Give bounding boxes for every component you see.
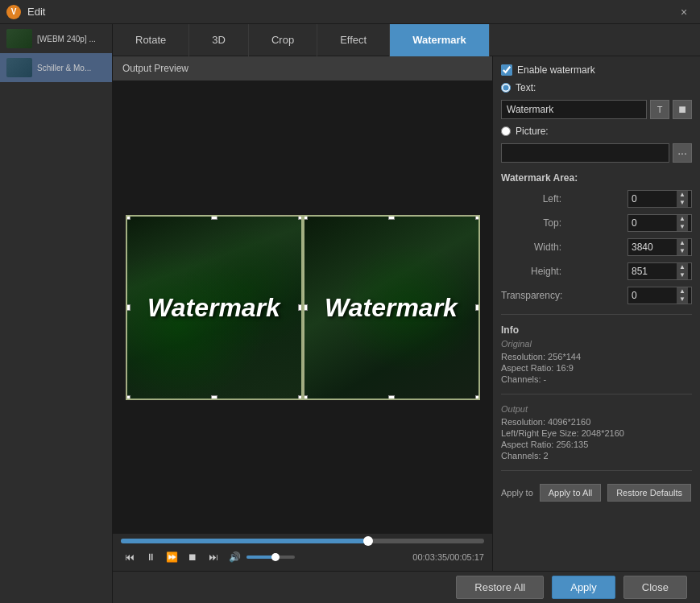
output-info-section: Output Resolution: 4096*2160 Left/Right …	[501, 404, 692, 461]
info-section: Info Original Resolution: 256*144 Aspect…	[501, 324, 692, 384]
restore-all-button[interactable]: Restore All	[456, 576, 544, 599]
step-forward-button[interactable]: ⏩	[163, 548, 180, 566]
apply-button[interactable]: Apply	[552, 576, 615, 599]
settings-panel: Enable watermark Text: T ■ Picture:	[492, 56, 700, 571]
left-label: Left:	[501, 193, 561, 204]
resolution-line: Resolution: 256*144	[501, 352, 692, 361]
file-name-1: [WEBM 240p] ...	[37, 34, 96, 44]
video-preview: Watermark Wa	[113, 81, 492, 534]
file-list-panel: [WEBM 240p] ... Schiller & Mo...	[0, 24, 113, 603]
window-title: Edit	[27, 6, 674, 18]
apply-to-label: Apply to	[501, 488, 533, 498]
width-down-arrow[interactable]: ▼	[677, 247, 688, 255]
content-area: Rotate 3D Crop Effect Watermark Output P…	[113, 24, 700, 603]
file-thumb-1	[6, 29, 32, 48]
preview-panel: Output Preview Watermark	[113, 56, 492, 571]
prev-button[interactable]: ⏮	[121, 548, 139, 566]
handle-tl-1[interactable]	[126, 215, 130, 220]
picture-radio-label: Picture:	[516, 126, 549, 137]
time-display: 00:03:35/00:05:17	[412, 552, 484, 562]
controls-row: ⏮ ⏸ ⏩ ⏹ ⏭ 🔊 00:03:35/00:05:17	[121, 548, 484, 566]
picture-radio-row: Picture:	[501, 126, 692, 137]
output-label: Output	[501, 404, 692, 414]
left-field-row: Left: 0 ▲ ▼	[501, 190, 692, 208]
video-frames: Watermark Wa	[126, 215, 480, 400]
volume-bar: 🔊	[226, 548, 295, 566]
file-item-1[interactable]: [WEBM 240p] ...	[0, 24, 112, 53]
close-button[interactable]: Close	[623, 576, 687, 599]
enable-watermark-row: Enable watermark	[501, 64, 692, 76]
text-radio-label: Text:	[516, 82, 536, 93]
color-button[interactable]: ■	[673, 100, 692, 119]
pause-button[interactable]: ⏸	[142, 548, 159, 566]
width-up-arrow[interactable]: ▲	[677, 239, 688, 247]
handle-br-2[interactable]	[475, 395, 480, 400]
top-spinbox[interactable]: 0 ▲ ▼	[628, 214, 692, 232]
volume-slider[interactable]	[246, 556, 295, 559]
volume-thumb[interactable]	[271, 553, 280, 561]
left-down-arrow[interactable]: ▼	[677, 199, 688, 207]
transparency-up-arrow[interactable]: ▲	[677, 287, 688, 295]
channels-line: Channels: -	[501, 374, 692, 384]
apply-to-all-button[interactable]: Apply to All	[540, 484, 601, 502]
watermark-area-title: Watermark Area:	[501, 172, 692, 184]
watermark-text-input[interactable]	[501, 100, 647, 119]
out-aspect-line: Aspect Ratio: 256:135	[501, 440, 692, 449]
top-label: Top:	[501, 217, 561, 229]
tab-effect[interactable]: Effect	[317, 24, 390, 56]
browse-button[interactable]: ···	[673, 143, 692, 163]
progress-bar-fill	[121, 539, 368, 543]
file-name-2: Schiller & Mo...	[37, 63, 91, 73]
left-spinbox[interactable]: 0 ▲ ▼	[628, 190, 692, 208]
picture-path-input[interactable]	[501, 143, 669, 163]
next-button[interactable]: ⏭	[205, 548, 222, 566]
text-input-row: T ■	[501, 100, 692, 119]
transparency-down-arrow[interactable]: ▼	[677, 295, 688, 304]
handle-bc-1[interactable]	[211, 395, 217, 400]
handle-tc-1[interactable]	[211, 215, 217, 220]
tab-watermark[interactable]: Watermark	[390, 24, 490, 56]
font-button[interactable]: T	[650, 100, 669, 119]
restore-defaults-button[interactable]: Restore Defaults	[607, 484, 691, 502]
app-icon: V	[6, 5, 21, 19]
progress-thumb[interactable]	[363, 536, 373, 546]
tab-3d[interactable]: 3D	[189, 24, 249, 56]
height-spinbox[interactable]: 851 ▲ ▼	[628, 262, 692, 280]
width-label: Width:	[501, 242, 561, 253]
height-up-arrow[interactable]: ▲	[677, 263, 688, 271]
width-spinbox[interactable]: 3840 ▲ ▼	[628, 238, 692, 256]
handle-bc-2[interactable]	[388, 395, 395, 400]
height-field-row: Height: 851 ▲ ▼	[501, 262, 692, 280]
handle-mr-2[interactable]	[475, 304, 480, 311]
tab-crop[interactable]: Crop	[249, 24, 317, 56]
handle-ml-2[interactable]	[303, 304, 308, 311]
text-radio[interactable]	[501, 83, 511, 93]
window-close-button[interactable]: ×	[674, 2, 694, 22]
handle-bl-1[interactable]	[126, 395, 130, 400]
handle-tc-2[interactable]	[388, 215, 395, 220]
handle-ml-1[interactable]	[126, 304, 130, 311]
original-label: Original	[501, 339, 692, 349]
handle-tl-2[interactable]	[303, 215, 308, 220]
top-down-arrow[interactable]: ▼	[677, 223, 688, 231]
aspect-line: Aspect Ratio: 16:9	[501, 363, 692, 373]
volume-icon[interactable]: 🔊	[226, 548, 243, 566]
top-field-row: Top: 0 ▲ ▼	[501, 214, 692, 232]
picture-radio[interactable]	[501, 126, 511, 136]
transparency-spinbox[interactable]: 0 ▲ ▼	[628, 287, 692, 304]
left-up-arrow[interactable]: ▲	[677, 191, 688, 199]
enable-watermark-checkbox[interactable]	[501, 64, 512, 76]
tab-rotate[interactable]: Rotate	[113, 24, 189, 56]
divider-3	[501, 470, 692, 471]
handle-bl-2[interactable]	[303, 395, 308, 400]
stop-button[interactable]: ⏹	[184, 548, 201, 566]
height-down-arrow[interactable]: ▼	[677, 271, 688, 279]
transparency-label: Transparency:	[501, 290, 562, 301]
top-up-arrow[interactable]: ▲	[677, 215, 688, 223]
file-item-2[interactable]: Schiller & Mo...	[0, 53, 112, 82]
width-field-row: Width: 3840 ▲ ▼	[501, 238, 692, 256]
progress-bar[interactable]	[121, 539, 484, 543]
out-resolution-line: Resolution: 4096*2160	[501, 417, 692, 427]
handle-tr-2[interactable]	[475, 215, 480, 220]
text-radio-row: Text:	[501, 82, 692, 93]
